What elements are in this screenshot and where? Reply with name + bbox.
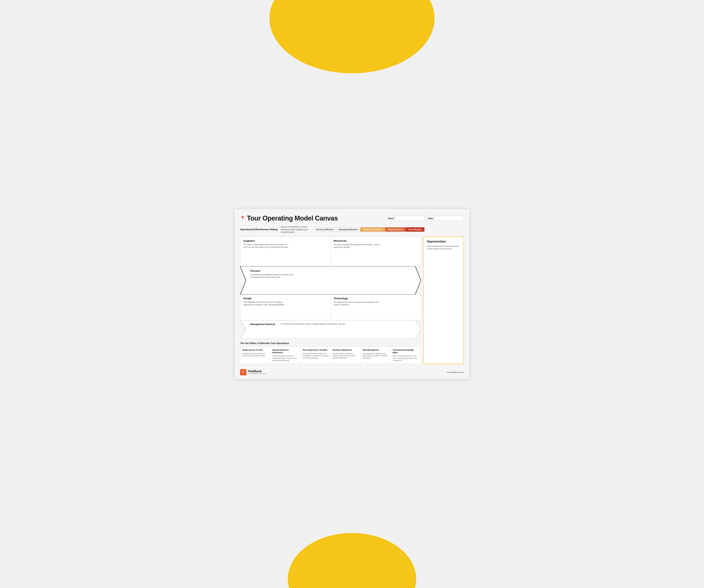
technology-title: Technology <box>334 297 418 300</box>
pill-somewhat-effective[interactable]: Somewhat Effective <box>336 227 360 232</box>
pillars-section-title: The Six Pillars of Effective Tour Operat… <box>240 342 421 345</box>
pill-moderately-effective[interactable]: Moderately Effective <box>360 227 385 232</box>
process-arrow-container: Process The workflows and activities req… <box>240 266 421 295</box>
pillar-6-desc: Store essential resources in one place, … <box>393 355 419 361</box>
technology-desc: The systems and tools that support your … <box>334 301 382 306</box>
date-field-group: Date <box>428 216 464 221</box>
bg-circle-top <box>270 0 434 73</box>
resources-box: Resources The internal assets, like equi… <box>331 237 421 266</box>
pillar-1-name: Single Source of Truth <box>242 349 269 351</box>
canvas-main: Suppliers The types of organizations tha… <box>240 237 421 364</box>
pillar-2-desc: Standardizing processes and automating t… <box>272 355 298 361</box>
rating-section: Operational Effectiveness Rating Assess … <box>240 226 464 233</box>
pillar-1: Single Source of Truth maintaining all t… <box>240 347 271 364</box>
fieldbook-logo-icon: F <box>240 369 246 375</box>
pillar-2-name: Standardization & Automation <box>272 349 298 354</box>
pin-icon: 📍 <box>240 216 245 221</box>
pill-very-effective[interactable]: Very Effective <box>406 227 424 232</box>
header-left: 📍 Tour Operating Model Canvas <box>240 215 338 222</box>
pill-not-very-effective[interactable]: Not Very Effective <box>313 227 336 232</box>
people-title: People <box>243 297 328 300</box>
pillar-5-desc: Anticipating and mitigating risks with c… <box>363 352 389 359</box>
date-label: Date <box>428 217 433 220</box>
management-title: Management Systems <box>250 323 279 326</box>
middle-row: People The individuals who perform the w… <box>240 294 421 320</box>
process-row: Process The workflows and activities req… <box>240 266 421 295</box>
management-desc: The frameworks and practices used to man… <box>281 323 345 325</box>
pillar-5: Risk Management Anticipating and mitigat… <box>361 347 391 364</box>
process-desc: The workflows and activities required to… <box>250 274 298 279</box>
pill-highly-effective[interactable]: Highly Effective <box>385 227 406 232</box>
team-label: Team <box>388 217 394 220</box>
suppliers-desc: The types of organizations that support … <box>243 243 291 248</box>
pillar-3: Team Alignment & Visibility Ensuring tea… <box>300 347 331 364</box>
page-wrapper: 📍 Tour Operating Model Canvas Team Date … <box>235 209 469 379</box>
resources-title: Resources <box>334 239 418 242</box>
date-input[interactable] <box>434 216 464 221</box>
people-desc: The individuals who perform the work, in… <box>243 301 291 306</box>
pillar-4-desc: Ensuring smooth transitions between team… <box>333 352 359 359</box>
pillar-6-name: Centralized Knowledge Mgmt <box>393 349 419 354</box>
footer-logo: F Fieldbook Tour Management Software <box>240 369 266 375</box>
logo-name: Fieldbook <box>248 370 266 373</box>
opportunities-panel: Opportunities Areas of improvement prior… <box>423 237 464 364</box>
management-wrapper: Management Systems The frameworks and pr… <box>240 320 421 339</box>
pillar-3-desc: Ensuring team-wide visibility and coordi… <box>302 352 329 359</box>
bg-circle-bottom <box>288 533 416 588</box>
management-arrow-container: Management Systems The frameworks and pr… <box>240 320 421 339</box>
pillar-6: Centralized Knowledge Mgmt Store essenti… <box>391 347 421 364</box>
canvas-area: Suppliers The types of organizations tha… <box>240 237 464 364</box>
pillar-3-name: Team Alignment & Visibility <box>302 349 329 351</box>
footer: F Fieldbook Tour Management Software www… <box>240 367 464 375</box>
top-row: Suppliers The types of organizations tha… <box>240 237 421 266</box>
process-title: Process <box>250 270 411 272</box>
pillar-4: Seamless Handovers Ensuring smooth trans… <box>331 347 361 364</box>
header: 📍 Tour Operating Model Canvas Team Date <box>240 215 464 222</box>
pillars-section: The Six Pillars of Effective Tour Operat… <box>240 342 421 364</box>
pillars-grid: Single Source of Truth maintaining all t… <box>240 346 421 364</box>
people-box: People The individuals who perform the w… <box>240 294 331 320</box>
pillar-5-name: Risk Management <box>363 349 389 351</box>
rating-title: Operational Effectiveness Rating <box>240 228 278 231</box>
pillar-2: Standardization & Automation Standardizi… <box>271 347 300 364</box>
opportunities-title: Opportunities <box>427 240 461 243</box>
pillar-1-desc: maintaining all tour information in one … <box>242 352 269 357</box>
team-input[interactable] <box>395 216 425 221</box>
logo-sub: Tour Management Software <box>248 373 266 375</box>
process-content: Process The workflows and activities req… <box>250 270 411 279</box>
opportunities-desc: Areas of improvement prioritised based o… <box>427 245 461 250</box>
technology-box: Technology The systems and tools that su… <box>331 294 421 320</box>
management-content: Management Systems The frameworks and pr… <box>250 323 411 326</box>
rating-desc: Assess how well your current operating m… <box>281 226 310 233</box>
suppliers-box: Suppliers The types of organizations tha… <box>240 237 331 266</box>
page-title: Tour Operating Model Canvas <box>247 215 338 222</box>
header-right: Team Date <box>388 216 464 221</box>
pillar-4-name: Seamless Handovers <box>333 349 359 351</box>
suppliers-title: Suppliers <box>243 239 328 242</box>
footer-url: www.fieldbook.com <box>447 371 464 373</box>
resources-desc: The internal assets, like equipment and … <box>334 243 382 248</box>
team-field-group: Team <box>388 216 425 221</box>
logo-text-wrap: Fieldbook Tour Management Software <box>248 370 266 375</box>
rating-pills: Not Very Effective Somewhat Effective Mo… <box>313 227 424 232</box>
